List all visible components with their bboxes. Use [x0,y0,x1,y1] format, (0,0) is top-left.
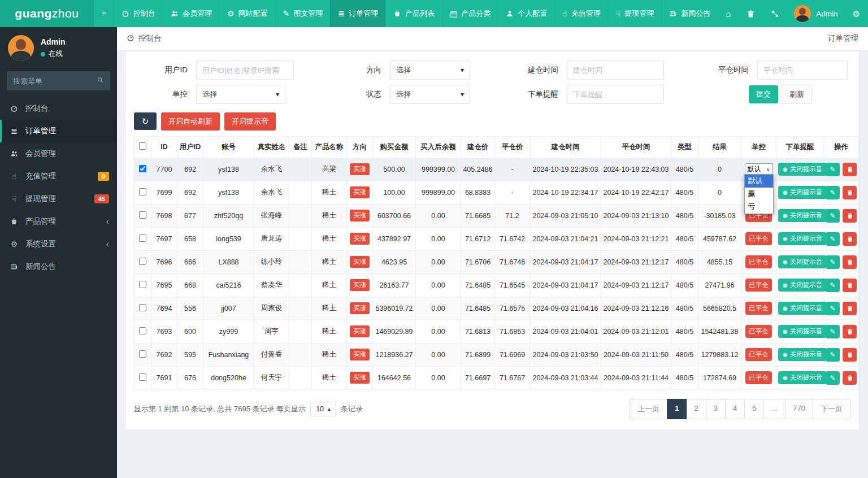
cell-close-price: 71.6767 [495,366,530,389]
nav-item-bag[interactable]: 产品列表 [385,0,442,27]
row-checkbox[interactable] [139,211,146,219]
row-checkbox[interactable] [139,281,146,288]
cell-real-name: 何天宇 [254,366,289,389]
control-option[interactable]: 赢 [745,188,773,201]
edit-button[interactable]: ✎ [826,186,840,199]
page-button[interactable]: 4 [725,399,745,419]
select-all-checkbox[interactable] [139,142,146,150]
direction-badge: 买涨 [350,163,370,175]
close-sound-button[interactable]: 关闭提示音 [778,325,827,338]
status-select-value: 选择 [396,89,411,99]
delete-button[interactable] [843,302,857,315]
edit-button[interactable]: ✎ [826,209,840,223]
edit-button[interactable]: ✎ [826,232,840,246]
delete-button[interactable] [843,348,857,362]
nav-item-hand-up[interactable]: ☝充值管理 [554,0,608,27]
control-select-filter[interactable]: 选择 [196,85,285,104]
refresh-filter-button[interactable]: 刷新 [782,85,812,104]
nav-item-list[interactable]: ≣订单管理 [330,0,385,27]
page-button[interactable]: 5 [744,399,764,419]
menu-search-input[interactable] [13,77,97,85]
control-option[interactable]: 默认 [745,175,773,188]
page-button[interactable]: 770 [785,399,813,419]
navbar-user[interactable]: Admin [787,0,844,27]
row-checkbox[interactable] [139,373,146,381]
user-avatar[interactable] [8,35,34,61]
delete-button[interactable] [843,209,857,223]
sidebar-item-list[interactable]: ≣订单管理 [0,120,117,142]
close-sound-button[interactable]: 关闭提示音 [778,232,827,245]
page-button[interactable]: 2 [687,399,706,419]
delete-button[interactable] [843,255,857,269]
pencil-icon: ✎ [830,375,835,381]
row-checkbox[interactable] [139,234,146,242]
close-sound-button[interactable]: 关闭提示音 [778,255,827,268]
next-page-button[interactable]: 下一页 [813,399,850,419]
row-checkbox[interactable] [139,350,146,358]
nav-item-gauge[interactable]: 控制台 [114,0,163,27]
open-time-input[interactable] [567,60,664,80]
breadcrumb[interactable]: 控制台 [127,33,162,44]
status-select[interactable]: 选择 [390,85,470,104]
delete-button[interactable] [843,325,857,338]
sidebar-item-gauge[interactable]: 控制台 [0,97,117,120]
edit-button[interactable]: ✎ [826,348,840,362]
delete-button[interactable] [843,371,857,385]
delete-button[interactable] [843,232,857,246]
submit-button[interactable]: 提交 [749,85,778,103]
row-checkbox[interactable] [139,304,146,311]
close-sound-button[interactable]: 关闭提示音 [778,279,827,292]
nav-item-users[interactable]: 会员管理 [163,0,219,27]
sidebar-item-hand-up[interactable]: ☝充值管理0 [0,165,117,188]
sidebar-item-gears[interactable]: ⚙系统设置‹ [0,233,117,255]
sidebar-toggle-button[interactable]: ≡ [94,0,114,27]
edit-button[interactable]: ✎ [826,325,840,338]
nav-item-gear[interactable]: ⚙网站配置 [219,0,275,27]
close-sound-button[interactable]: 关闭提示音 [778,209,827,222]
page-size-select[interactable]: 10 [310,402,336,416]
sound-toggle-button[interactable]: 开启提示音 [224,112,276,131]
close-sound-button[interactable]: 关闭提示音 [778,186,827,199]
close-sound-button[interactable]: 关闭提示音 [778,348,827,361]
prev-page-button[interactable]: 上一页 [630,399,667,419]
page-button[interactable]: 1 [667,399,687,419]
close-sound-button[interactable]: 关闭提示音 [778,163,827,176]
row-checkbox[interactable] [139,165,146,172]
nav-item-news[interactable]: 新闻公告 [661,0,718,27]
home-button[interactable]: ⌂ [718,0,739,27]
sidebar-item-users[interactable]: 会员管理 [0,142,117,165]
control-option[interactable]: 亏 [745,201,773,214]
auto-refresh-button[interactable]: 开启自动刷新 [161,112,220,131]
row-checkbox[interactable] [139,327,146,334]
row-checkbox[interactable] [139,188,146,195]
cell-direction: 买涨 [347,273,373,297]
delete-button[interactable] [843,279,857,292]
direction-select[interactable]: 选择 [390,60,470,80]
edit-button[interactable]: ✎ [826,302,840,315]
page-button[interactable]: 3 [706,399,726,419]
sidebar-item-bag[interactable]: 产品管理‹ [0,210,117,233]
trash-button[interactable] [739,0,763,27]
edit-button[interactable]: ✎ [826,163,840,176]
edit-button[interactable]: ✎ [826,255,840,269]
brand-logo[interactable]: guangzhou [0,0,94,27]
sidebar-item-hand-down[interactable]: ☟提现管理45 [0,188,117,210]
delete-button[interactable] [843,163,857,176]
remind-input[interactable] [567,85,664,104]
settings-button[interactable]: ⚙ [845,0,868,27]
edit-button[interactable]: ✎ [826,371,840,385]
nav-item-grid[interactable]: ▤产品分类 [442,0,498,27]
sidebar-item-news[interactable]: 新闻公告 [0,255,117,278]
nav-item-pen[interactable]: ✎图文管理 [275,0,330,27]
expand-button[interactable] [763,0,787,27]
close-sound-button[interactable]: 关闭提示音 [778,302,827,315]
row-checkbox[interactable] [139,258,146,265]
nav-item-hand-down[interactable]: ☟提现管理 [608,0,662,27]
edit-button[interactable]: ✎ [826,279,840,292]
reload-table-button[interactable]: ↻ [134,112,157,130]
close-sound-button[interactable]: 关闭提示音 [778,371,827,384]
nav-item-user[interactable]: 个人配置 [498,0,554,27]
delete-button[interactable] [843,186,857,199]
close-time-input[interactable] [757,60,848,80]
user-id-input[interactable] [196,60,294,80]
